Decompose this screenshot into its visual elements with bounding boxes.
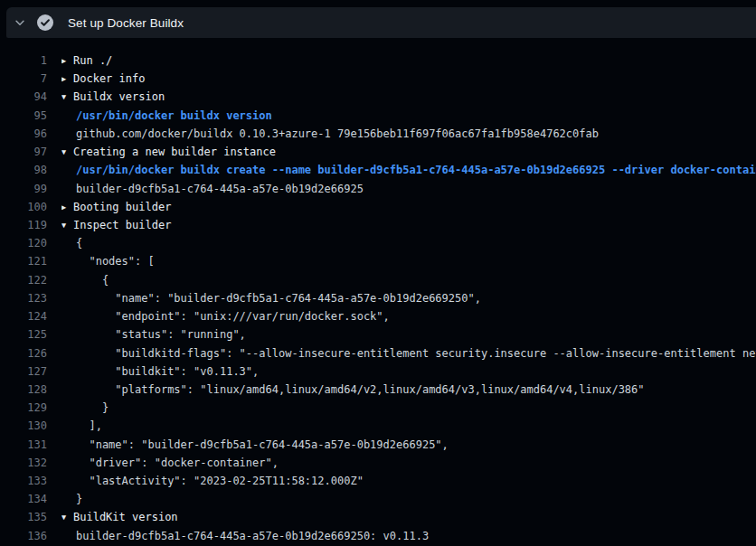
line-number[interactable]: 99 <box>0 180 47 198</box>
line-content: ], <box>61 417 756 435</box>
group-label: Booting builder <box>73 201 171 213</box>
triangle-down-icon: ▼ <box>61 508 73 526</box>
triangle-right-icon: ▶ <box>61 198 73 216</box>
group-toggle[interactable]: ▼Buildx version <box>61 88 756 106</box>
line-content: /usr/bin/docker buildx create --name bui… <box>61 161 756 179</box>
log-line: 128 "platforms": "linux/amd64,linux/amd6… <box>0 381 756 399</box>
output-text: "endpoint": "unix:///var/run/docker.sock… <box>61 307 390 325</box>
chevron-down-icon[interactable] <box>6 7 33 38</box>
log-line: 94 ▼Buildx version <box>0 88 756 106</box>
line-number[interactable]: 129 <box>0 399 47 417</box>
line-content: "nodes": [ <box>61 252 756 270</box>
line-content: builder-d9cfb5a1-c764-445a-a57e-0b19d2e6… <box>61 180 756 198</box>
log-line: 132 "driver": "docker-container", <box>0 454 756 472</box>
log-line: 129 } <box>0 399 756 417</box>
line-content: } <box>61 399 756 417</box>
log-line: 120 { <box>0 234 756 252</box>
line-content: github.com/docker/buildx 0.10.3+azure-1 … <box>61 125 756 143</box>
line-number[interactable]: 119 <box>0 216 47 234</box>
group-toggle[interactable]: ▶Docker info <box>61 70 756 88</box>
line-content: "lastActivity": "2023-02-25T11:58:12.000… <box>61 472 756 490</box>
log-line: 126 "buildkitd-flags": "--allow-insecure… <box>0 344 756 362</box>
line-number[interactable]: 96 <box>0 125 47 143</box>
line-content: } <box>61 490 756 508</box>
line-content: "platforms": "linux/amd64,linux/amd64/v2… <box>61 381 756 399</box>
log-line: 100 ▶Booting builder <box>0 198 756 216</box>
line-number[interactable]: 135 <box>0 508 47 526</box>
log-line: 95 /usr/bin/docker buildx version <box>0 107 756 125</box>
command-text: /usr/bin/docker buildx version <box>61 107 272 125</box>
line-number[interactable]: 120 <box>0 234 47 252</box>
group-toggle[interactable]: ▼BuildKit version <box>61 508 756 526</box>
group-label: Docker info <box>73 72 145 85</box>
line-number[interactable]: 97 <box>0 143 47 161</box>
group-toggle[interactable]: ▶Run ./ <box>61 52 756 70</box>
output-text: { <box>61 234 82 252</box>
output-text: } <box>61 399 109 417</box>
output-text: builder-d9cfb5a1-c764-445a-a57e-0b19d2e6… <box>61 527 429 545</box>
line-number[interactable]: 121 <box>0 252 47 270</box>
line-number[interactable]: 127 <box>0 362 47 381</box>
output-text: } <box>61 490 82 508</box>
log-line: 7 ▶Docker info <box>0 70 756 88</box>
line-number[interactable]: 7 <box>0 70 47 88</box>
output-text: "name": "builder-d9cfb5a1-c764-445a-a57e… <box>61 436 449 454</box>
log-line: 124 "endpoint": "unix:///var/run/docker.… <box>0 307 756 325</box>
triangle-down-icon: ▼ <box>61 88 73 106</box>
triangle-down-icon: ▼ <box>61 143 73 161</box>
triangle-right-icon: ▶ <box>61 70 73 88</box>
output-text: github.com/docker/buildx 0.10.3+azure-1 … <box>61 125 599 143</box>
output-text: "buildkit": "v0.11.3", <box>61 362 259 381</box>
line-content: "buildkit": "v0.11.3", <box>61 362 756 381</box>
log-line: 96 github.com/docker/buildx 0.10.3+azure… <box>0 125 756 143</box>
group-toggle[interactable]: ▶Booting builder <box>61 198 756 216</box>
log-line: 99 builder-d9cfb5a1-c764-445a-a57e-0b19d… <box>0 180 756 198</box>
line-number[interactable]: 98 <box>0 161 47 179</box>
line-number[interactable]: 123 <box>0 289 47 307</box>
output-text: "driver": "docker-container", <box>61 454 279 472</box>
output-text: "lastActivity": "2023-02-25T11:58:12.000… <box>61 472 364 490</box>
line-content: { <box>61 271 756 289</box>
line-number[interactable]: 132 <box>0 454 47 472</box>
step-header[interactable]: Set up Docker Buildx <box>6 7 756 38</box>
line-number[interactable]: 122 <box>0 271 47 289</box>
line-number[interactable]: 126 <box>0 344 47 362</box>
line-number[interactable]: 100 <box>0 198 47 216</box>
line-number[interactable]: 133 <box>0 472 47 490</box>
line-number[interactable]: 95 <box>0 107 47 125</box>
line-number[interactable]: 136 <box>0 527 47 545</box>
group-label: Buildx version <box>73 90 165 103</box>
command-text: /usr/bin/docker buildx create --name bui… <box>61 161 756 179</box>
output-text: "platforms": "linux/amd64,linux/amd64/v2… <box>61 381 645 399</box>
log-line: 133 "lastActivity": "2023-02-25T11:58:12… <box>0 472 756 490</box>
line-content: "status": "running", <box>61 325 756 344</box>
line-number[interactable]: 125 <box>0 325 47 344</box>
line-content: /usr/bin/docker buildx version <box>61 107 756 125</box>
line-number[interactable]: 128 <box>0 381 47 399</box>
output-text: "status": "running", <box>61 325 246 344</box>
step-title: Set up Docker Buildx <box>68 16 184 30</box>
log-lines: 1 ▶Run ./ 7 ▶Docker info 94 ▼Buildx vers… <box>0 52 756 545</box>
line-number[interactable]: 94 <box>0 88 47 106</box>
line-number[interactable]: 130 <box>0 417 47 435</box>
log-line: 135 ▼BuildKit version <box>0 508 756 526</box>
group-toggle[interactable]: ▼Inspect builder <box>61 216 756 234</box>
triangle-down-icon: ▼ <box>61 216 73 234</box>
line-number[interactable]: 134 <box>0 490 47 508</box>
line-number[interactable]: 1 <box>0 52 47 70</box>
log-line: 123 "name": "builder-d9cfb5a1-c764-445a-… <box>0 289 756 307</box>
actions-log-viewer: Set up Docker Buildx 1 ▶Run ./ 7 ▶Docker… <box>0 0 756 546</box>
output-text: ], <box>61 417 102 435</box>
group-toggle[interactable]: ▼Creating a new builder instance <box>61 143 756 161</box>
line-content: "endpoint": "unix:///var/run/docker.sock… <box>61 307 756 325</box>
log-line: 98 /usr/bin/docker buildx create --name … <box>0 161 756 179</box>
output-text: { <box>61 271 109 289</box>
log-line: 130 ], <box>0 417 756 435</box>
log-line: 119 ▼Inspect builder <box>0 216 756 234</box>
line-number[interactable]: 131 <box>0 436 47 454</box>
line-number[interactable]: 124 <box>0 307 47 325</box>
output-text: builder-d9cfb5a1-c764-445a-a57e-0b19d2e6… <box>61 180 364 198</box>
triangle-right-icon: ▶ <box>61 52 73 70</box>
log-line: 1 ▶Run ./ <box>0 52 756 70</box>
log-line: 97 ▼Creating a new builder instance <box>0 143 756 161</box>
